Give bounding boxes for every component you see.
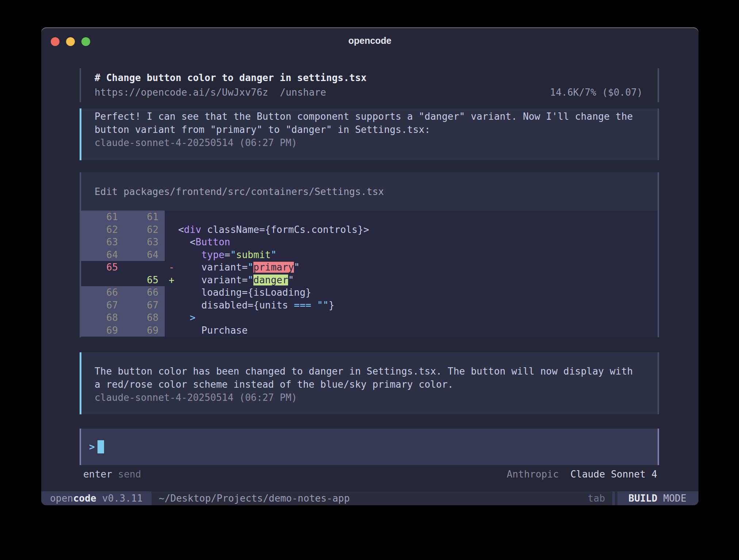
diff-marker	[165, 223, 178, 236]
new-line-number: 69	[118, 324, 165, 337]
diff-marker	[165, 324, 178, 337]
diff-row: 6161	[81, 211, 658, 223]
session-header: # Change button color to danger in setti…	[80, 68, 659, 102]
diff-row: 6262<div className={formCs.controls}>	[81, 223, 658, 236]
app-name-open: open	[50, 493, 73, 504]
new-line-number	[118, 261, 165, 274]
old-line-number: 64	[81, 249, 118, 261]
new-line-number: 63	[118, 236, 165, 249]
prompt-symbol: >	[89, 441, 95, 452]
diff-view: 61616262<div className={formCs.controls}…	[81, 211, 658, 337]
provider-label: Anthropic	[507, 469, 559, 480]
diff-row: 6464 type="submit"	[81, 249, 658, 261]
code-line	[178, 211, 658, 223]
prompt-input[interactable]: >	[80, 429, 659, 465]
diff-row: 6363 <Button	[81, 236, 658, 249]
new-line-number: 65	[118, 274, 165, 287]
diff-row: 65- variant="primary"	[81, 261, 658, 274]
new-line-number: 62	[118, 223, 165, 236]
edit-tool-panel: Edit packages/frontend/src/containers/Se…	[80, 172, 659, 337]
code-line: variant="primary"	[178, 261, 658, 274]
app-name-code: code	[73, 493, 96, 504]
diff-row: 65+ variant="danger"	[81, 274, 658, 287]
diff-marker	[165, 236, 178, 249]
code-line: variant="danger"	[178, 274, 658, 287]
new-line-number: 68	[118, 311, 165, 324]
diff-row: 6666 loading={isLoading}	[81, 286, 658, 299]
old-line-number	[81, 274, 118, 287]
old-line-number: 66	[81, 286, 118, 299]
code-line: disabled={units === ""}	[178, 299, 658, 312]
send-action-label: send	[118, 468, 141, 481]
code-line: <Button	[178, 236, 658, 249]
build-mode-badge[interactable]: BUILDMODE	[617, 491, 698, 505]
titlebar[interactable]: opencode	[41, 27, 698, 50]
diff-marker	[165, 249, 178, 261]
message-line: The button color has been changed to dan…	[95, 365, 647, 378]
message-line: a red/rose color scheme instead of the b…	[95, 378, 647, 391]
code-line: loading={isLoading}	[178, 286, 658, 299]
message-line: button variant from "primary" to "danger…	[95, 123, 647, 136]
session-title: # Change button color to danger in setti…	[95, 70, 643, 85]
window-title: opencode	[41, 35, 698, 46]
old-line-number: 61	[81, 211, 118, 223]
status-bar: opencodev0.3.11 ~/Desktop/Projects/demo-…	[41, 491, 698, 505]
old-line-number: 65	[81, 261, 118, 274]
code-line: <div className={formCs.controls}>	[178, 223, 658, 236]
diff-marker	[165, 311, 178, 324]
code-line: type="submit"	[178, 249, 658, 261]
old-line-number: 67	[81, 299, 118, 312]
assistant-message: The button color has been changed to dan…	[80, 352, 659, 414]
message-meta: claude-sonnet-4-20250514 (06:27 PM)	[95, 136, 647, 149]
diff-marker	[165, 286, 178, 299]
session-share-url[interactable]: https://opencode.ai/s/UwJxv76z	[95, 85, 268, 100]
diff-row: 6969 Purchase	[81, 324, 658, 337]
tab-key-hint[interactable]: tab	[588, 491, 605, 505]
enter-key-hint: enter	[83, 468, 112, 481]
app-version: v0.3.11	[102, 493, 143, 504]
unshare-command[interactable]: /unshare	[280, 85, 326, 100]
text-cursor	[97, 440, 104, 453]
new-line-number: 67	[118, 299, 165, 312]
mode-divider	[612, 491, 615, 505]
edit-tool-title: Edit packages/frontend/src/containers/Se…	[81, 172, 658, 211]
new-line-number: 64	[118, 249, 165, 261]
diff-row: 6767 disabled={units === ""}	[81, 299, 658, 312]
diff-marker	[165, 211, 178, 223]
diff-marker: -	[165, 261, 178, 274]
message-line: Perfect! I can see that the Button compo…	[95, 110, 647, 123]
old-line-number: 69	[81, 324, 118, 337]
diff-row: 6868 >	[81, 311, 658, 324]
message-meta: claude-sonnet-4-20250514 (06:27 PM)	[95, 391, 647, 404]
code-line: >	[178, 311, 658, 324]
old-line-number: 68	[81, 311, 118, 324]
model-label[interactable]: Claude Sonnet 4	[570, 469, 657, 480]
new-line-number: 61	[118, 211, 165, 223]
app-version-segment: opencodev0.3.11	[41, 491, 152, 505]
helper-row: enter send Anthropic Claude Sonnet 4	[83, 468, 657, 481]
old-line-number: 63	[81, 236, 118, 249]
new-line-number: 66	[118, 286, 165, 299]
diff-marker: +	[165, 274, 178, 287]
diff-marker	[165, 299, 178, 312]
assistant-message: Perfect! I can see that the Button compo…	[80, 108, 659, 160]
old-line-number: 62	[81, 223, 118, 236]
working-directory: ~/Desktop/Projects/demo-notes-app	[159, 491, 588, 505]
code-line: Purchase	[178, 324, 658, 337]
opencode-window: opencode # Change button color to danger…	[41, 27, 698, 505]
context-usage: 14.6K/7% ($0.07)	[550, 85, 643, 100]
